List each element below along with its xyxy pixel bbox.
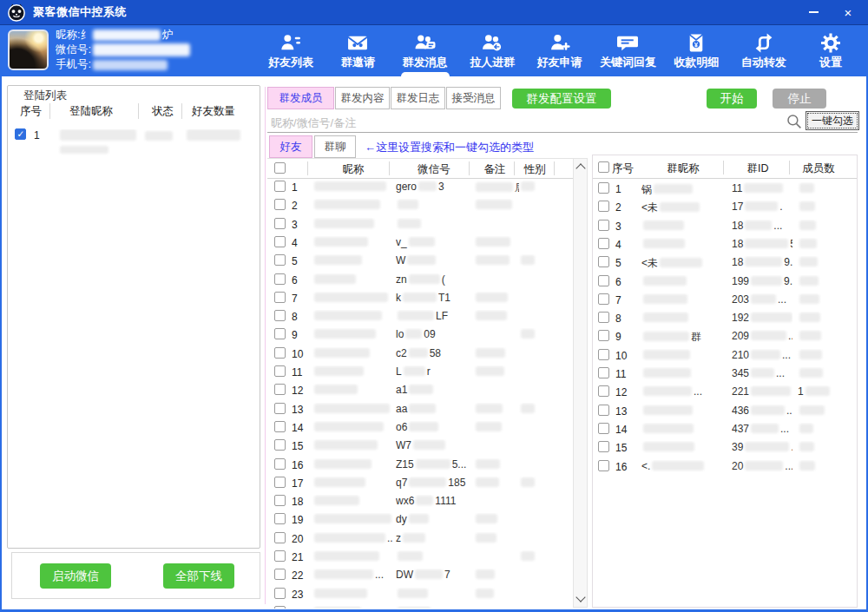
row-checkbox[interactable]	[598, 460, 609, 471]
row-checkbox[interactable]	[274, 347, 286, 359]
tab-mass-members[interactable]: 群发成员	[267, 87, 334, 109]
row-checkbox[interactable]	[274, 273, 286, 285]
row-checkbox[interactable]	[274, 477, 286, 488]
type-hint-text: ←这里设置搜索和一键勾选的类型	[365, 140, 534, 155]
row-checkbox[interactable]	[598, 405, 609, 416]
row-checkbox[interactable]	[274, 513, 286, 524]
row-checkbox[interactable]	[274, 236, 286, 247]
redacted-blur	[476, 422, 502, 431]
redacted-blur	[398, 311, 434, 320]
wechat-id-cell: dy	[396, 513, 476, 525]
row-checkbox[interactable]	[274, 458, 286, 470]
select-all-button[interactable]: 一键勾选	[806, 111, 859, 130]
group-row: 4185...	[593, 235, 857, 253]
nav-item-mass-message[interactable]: 群发消息	[395, 25, 456, 76]
row-checkbox[interactable]	[274, 495, 286, 506]
row-checkbox[interactable]	[274, 292, 286, 303]
row-checkbox[interactable]	[274, 403, 286, 414]
wechat-id-cell: c258	[396, 347, 476, 359]
login-actions-panel: 启动微信 全部下线	[11, 552, 260, 599]
search-icon[interactable]	[786, 114, 802, 129]
group-row: 7203...	[593, 291, 857, 309]
titlebar: 聚客微信中控系统 ×	[0, 0, 868, 24]
row-checkbox[interactable]	[598, 330, 609, 341]
row-checkbox[interactable]	[598, 349, 609, 360]
redacted-nickname	[93, 30, 161, 41]
redacted-blur	[643, 424, 694, 433]
redacted-blur	[751, 368, 774, 378]
nav-item-payment-detail[interactable]: 收款明细	[666, 25, 727, 76]
row-checkbox[interactable]	[598, 385, 609, 397]
tab-friends[interactable]: 好友	[269, 135, 312, 158]
nav-item-keyword-reply[interactable]: 关键词回复	[596, 25, 660, 76]
launch-wechat-button[interactable]: 启动微信	[40, 563, 111, 589]
row-checkbox[interactable]	[598, 238, 609, 249]
row-checkbox[interactable]	[598, 256, 609, 267]
row-checkbox[interactable]	[598, 367, 609, 378]
member-count-cell	[798, 441, 846, 453]
row-checkbox[interactable]	[274, 588, 286, 599]
group-id-cell: 345...	[732, 367, 792, 379]
row-checkbox[interactable]	[598, 293, 609, 305]
row-checkbox[interactable]	[274, 421, 286, 432]
row-checkbox[interactable]	[274, 569, 286, 580]
group-id-cell: 189...	[732, 256, 792, 268]
row-checkbox[interactable]	[274, 310, 286, 321]
nav-item-pull-into-group[interactable]: 拉人进群	[462, 25, 523, 76]
nav-item-group-invite[interactable]: 群邀请	[327, 25, 388, 76]
tab-group-chats[interactable]: 群聊	[314, 135, 356, 158]
search-input[interactable]	[269, 113, 776, 132]
redacted-blur	[314, 607, 361, 609]
row-checkbox[interactable]	[274, 384, 286, 395]
row-checkbox[interactable]	[274, 550, 286, 562]
minimize-button[interactable]	[799, 0, 828, 24]
row-checkbox[interactable]	[598, 201, 609, 212]
remark-cell	[474, 310, 519, 322]
mass-config-button[interactable]: 群发配置设置	[512, 89, 611, 109]
start-button[interactable]: 开始	[707, 89, 757, 109]
friends-scrollbar[interactable]	[573, 158, 588, 608]
friend-row: 6zn(	[267, 271, 573, 289]
login-row-checkbox[interactable]	[15, 128, 26, 140]
nav-item-friend-request[interactable]: 好友申请	[529, 25, 590, 76]
redacted-blur	[744, 183, 783, 193]
row-checkbox[interactable]	[274, 254, 286, 266]
tab-mass-content[interactable]: 群发内容	[335, 87, 390, 109]
select-all-checkbox[interactable]	[274, 162, 286, 174]
nav-item-friend-list[interactable]: 好友列表	[260, 25, 321, 76]
row-checkbox[interactable]	[274, 328, 286, 339]
redacted-blur	[314, 181, 386, 191]
nav-item-auto-forward[interactable]: 自动转发	[733, 25, 794, 76]
row-checkbox[interactable]	[274, 439, 286, 451]
redacted-blur	[398, 589, 428, 598]
member-count-cell	[798, 367, 846, 379]
login-table-header: 序号 登陆昵称 状态 好友数量	[15, 100, 256, 121]
scroll-up-icon[interactable]	[575, 163, 585, 173]
row-checkbox[interactable]	[598, 441, 609, 452]
tab-mass-log[interactable]: 群发日志	[391, 87, 445, 109]
tab-receive-messages[interactable]: 接受消息	[446, 87, 501, 109]
row-checkbox[interactable]	[274, 181, 286, 192]
redacted-blur	[409, 422, 438, 431]
close-button[interactable]: ×	[833, 0, 863, 24]
select-all-groups-checkbox[interactable]	[598, 161, 609, 173]
groups-table-header: 序号 群昵称 群ID 成员数	[593, 157, 857, 179]
row-checkbox[interactable]	[274, 365, 286, 377]
row-checkbox[interactable]	[598, 312, 609, 323]
row-checkbox[interactable]	[274, 199, 286, 210]
all-offline-button[interactable]: 全部下线	[163, 563, 234, 589]
friend-row: 13aa	[267, 400, 573, 418]
nav-item-settings[interactable]: 设置	[800, 25, 861, 76]
row-checkbox[interactable]	[274, 218, 286, 229]
row-checkbox[interactable]	[598, 220, 609, 231]
scroll-down-icon[interactable]	[575, 592, 585, 602]
wechat-id-cell: v_	[396, 236, 476, 248]
row-checkbox[interactable]	[274, 532, 286, 543]
row-checkbox[interactable]	[598, 182, 609, 194]
stop-button[interactable]: 停止	[773, 89, 826, 109]
row-checkbox[interactable]	[598, 275, 609, 286]
row-checkbox[interactable]	[598, 423, 609, 434]
row-checkbox[interactable]	[274, 606, 286, 609]
search-row: 一键勾选	[267, 111, 858, 133]
remark-cell	[474, 199, 519, 211]
